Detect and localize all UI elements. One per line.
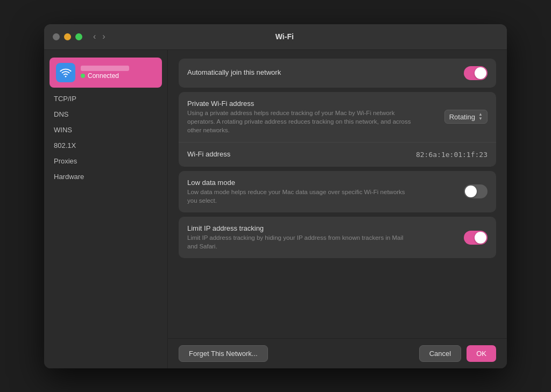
ok-button[interactable]: OK (467, 345, 496, 362)
private-wifi-content: Private Wi-Fi address Using a private ad… (187, 99, 444, 134)
sidebar: Connected TCP/IP DNS WINS 802.1X Proxies… (44, 50, 168, 368)
sidebar-item-tcpip[interactable]: TCP/IP (44, 91, 167, 106)
cancel-button[interactable]: Cancel (419, 345, 461, 362)
network-item[interactable]: Connected (50, 58, 162, 88)
limit-ip-card: Limit IP address tracking Limit IP addre… (179, 217, 496, 258)
minimize-button[interactable] (64, 33, 71, 40)
limit-ip-toggle[interactable] (464, 231, 488, 245)
status-label: Connected (88, 72, 119, 80)
network-name-bar (81, 66, 129, 71)
close-button[interactable] (53, 33, 60, 40)
back-button[interactable]: ‹ (91, 32, 98, 41)
mac-address-value: 82:6a:1e:01:1f:23 (416, 151, 488, 159)
private-wifi-row: Private Wi-Fi address Using a private ad… (179, 92, 496, 142)
svg-point-0 (65, 75, 67, 77)
forward-button[interactable]: › (100, 32, 107, 41)
wifi-address-title: Wi-Fi address (187, 150, 407, 158)
wifi-address-row: Wi-Fi address 82:6a:1e:01:1f:23 (179, 142, 496, 167)
wifi-icon-container (56, 63, 75, 82)
network-status: Connected (81, 72, 129, 80)
sidebar-item-hardware[interactable]: Hardware (44, 169, 167, 184)
low-data-content: Low data mode Low data mode helps reduce… (187, 179, 464, 205)
sidebar-item-wins[interactable]: WINS (44, 122, 167, 138)
wifi-icon (60, 67, 72, 79)
nav-arrows: ‹ › (91, 32, 108, 41)
low-data-toggle-thumb (465, 186, 477, 197)
auto-join-title: Automatically join this network (187, 68, 455, 76)
auto-join-content: Automatically join this network (187, 68, 464, 77)
footer: Forget This Network... Cancel OK (168, 338, 507, 368)
auto-join-card: Automatically join this network (179, 59, 496, 88)
sidebar-item-dns[interactable]: DNS (44, 106, 167, 122)
private-wifi-select[interactable]: Rotating ▲ ▼ (444, 110, 488, 124)
detail-panel: Automatically join this network Private … (168, 50, 507, 368)
titlebar: ‹ › Wi-Fi (44, 24, 507, 50)
private-wifi-card: Private Wi-Fi address Using a private ad… (179, 92, 496, 167)
sidebar-item-8021x[interactable]: 802.1X (44, 138, 167, 153)
private-wifi-value: Rotating (449, 113, 475, 121)
wifi-address-content: Wi-Fi address (187, 150, 416, 159)
wifi-settings-window: ‹ › Wi-Fi (44, 24, 507, 368)
auto-join-row: Automatically join this network (179, 59, 496, 88)
sidebar-item-proxies[interactable]: Proxies (44, 153, 167, 169)
low-data-row: Low data mode Low data mode helps reduce… (179, 171, 496, 212)
private-wifi-desc: Using a private address helps reduce tra… (187, 109, 413, 134)
select-arrows-icon: ▲ ▼ (478, 112, 483, 121)
main-content: Connected TCP/IP DNS WINS 802.1X Proxies… (44, 50, 507, 368)
auto-join-toggle[interactable] (464, 66, 488, 80)
limit-ip-toggle-thumb (475, 232, 486, 244)
low-data-title: Low data mode (187, 179, 455, 187)
footer-right: Cancel OK (419, 345, 496, 362)
low-data-card: Low data mode Low data mode helps reduce… (179, 171, 496, 212)
forget-network-button[interactable]: Forget This Network... (179, 345, 268, 362)
maximize-button[interactable] (75, 33, 82, 40)
limit-ip-row: Limit IP address tracking Limit IP addre… (179, 217, 496, 258)
window-title: Wi-Fi (114, 32, 455, 41)
limit-ip-content: Limit IP address tracking Limit IP addre… (187, 224, 464, 251)
private-wifi-title: Private Wi-Fi address (187, 99, 436, 108)
traffic-lights (53, 33, 82, 40)
limit-ip-title: Limit IP address tracking (187, 224, 455, 232)
auto-join-toggle-thumb (475, 67, 486, 79)
low-data-desc: Low data mode helps reduce your Mac data… (187, 188, 413, 205)
network-info: Connected (81, 66, 129, 80)
limit-ip-desc: Limit IP address tracking by hiding your… (187, 233, 413, 251)
status-dot (81, 74, 85, 78)
settings-content: Automatically join this network Private … (168, 50, 507, 338)
low-data-toggle[interactable] (464, 184, 488, 198)
